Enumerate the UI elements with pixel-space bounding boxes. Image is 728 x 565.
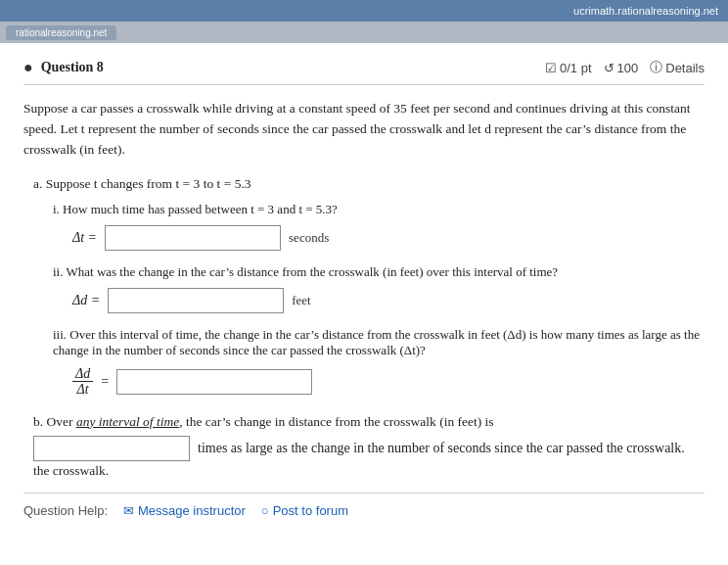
part-b: b. Over any interval of time, the car’s … — [33, 411, 705, 480]
browser-tab[interactable]: rationalreasoning.net — [6, 25, 116, 40]
part-b-label: b. Over any interval of time, the car’s … — [33, 411, 494, 433]
score-icon: ☑ — [545, 61, 557, 75]
question-header: ● Question 8 ☑ 0/1 pt ↺ 100 ⓘ Details — [23, 59, 705, 85]
part-b-text-after: , the car’s change in distance from the … — [179, 414, 493, 429]
post-to-forum-label: Post to forum — [273, 503, 348, 518]
post-to-forum-link[interactable]: ○ Post to forum — [261, 503, 348, 518]
any-interval-text: any interval of time — [76, 414, 179, 429]
sub-i-input-row: Δt = seconds — [72, 225, 705, 251]
question-help: Question Help: ✉ Message instructor ○ Po… — [23, 493, 705, 522]
post-icon: ○ — [261, 503, 269, 518]
help-label: Question Help: — [23, 503, 108, 518]
question-label: Question 8 — [41, 60, 104, 75]
fraction-denominator: Δt — [74, 382, 92, 397]
sub-part-ii: ii. What was the change in the car’s dis… — [53, 264, 705, 313]
browser-tab-area: rationalreasoning.net — [0, 22, 728, 43]
delta-t-label: Δt = — [72, 230, 97, 246]
delta-t-input[interactable] — [105, 225, 281, 251]
sub-ii-label: ii. What was the change in the car’s dis… — [53, 264, 705, 280]
tries-icon: ↺ — [604, 61, 614, 75]
fraction-display: Δd Δt — [72, 366, 93, 398]
part-b-input-row: times as large as the change in the numb… — [33, 436, 705, 461]
tries-value: 100 — [617, 61, 639, 75]
crosswalk-text: the crosswalk. — [33, 463, 109, 478]
fraction-row: Δd Δt = — [72, 366, 705, 398]
details-meta[interactable]: ⓘ Details — [650, 59, 705, 76]
fraction-numerator: Δd — [72, 366, 93, 382]
part-b-row: b. Over any interval of time, the car’s … — [33, 411, 705, 433]
problem-text: Suppose a car passes a crosswalk while d… — [23, 99, 705, 161]
info-icon: ⓘ — [650, 59, 662, 76]
fraction-input[interactable] — [116, 369, 312, 395]
message-instructor-label: Message instructor — [138, 503, 246, 518]
seconds-unit: seconds — [289, 230, 329, 246]
part-b-suffix: the crosswalk. — [33, 463, 705, 479]
question-title: ● Question 8 — [23, 59, 104, 76]
top-bar: ucrimath.rationalreasoning.net — [0, 0, 728, 22]
score-meta: ☑ 0/1 pt — [545, 61, 592, 75]
part-b-input[interactable] — [33, 436, 190, 461]
part-b-text-end: times as large as the change in the numb… — [198, 441, 685, 456]
sub-part-iii: iii. Over this interval of time, the cha… — [53, 327, 705, 398]
bullet-icon: ● — [23, 59, 33, 76]
url-display: ucrimath.rationalreasoning.net — [573, 5, 718, 17]
sub-part-i: i. How much time has passed between t = … — [53, 202, 705, 251]
sub-i-label: i. How much time has passed between t = … — [53, 202, 705, 217]
part-a-label: a. Suppose t changes from t = 3 to t = 5… — [33, 176, 705, 192]
delta-d-input[interactable] — [108, 288, 284, 313]
message-instructor-link[interactable]: ✉ Message instructor — [123, 503, 246, 518]
details-label: Details — [665, 61, 705, 75]
sub-ii-input-row: Δd = feet — [72, 288, 705, 313]
score-value: 0/1 pt — [560, 61, 592, 75]
message-icon: ✉ — [123, 503, 134, 518]
part-a-text: a. Suppose t changes from t = 3 to t = 5… — [33, 176, 251, 191]
tries-meta: ↺ 100 — [604, 61, 639, 75]
sub-iii-label: iii. Over this interval of time, the cha… — [53, 327, 705, 358]
feet-unit: feet — [292, 293, 310, 308]
equals-sign: = — [101, 374, 109, 390]
main-content: ● Question 8 ☑ 0/1 pt ↺ 100 ⓘ Details Su… — [0, 43, 728, 565]
delta-d-label: Δd = — [72, 293, 100, 308]
question-meta: ☑ 0/1 pt ↺ 100 ⓘ Details — [545, 59, 705, 76]
